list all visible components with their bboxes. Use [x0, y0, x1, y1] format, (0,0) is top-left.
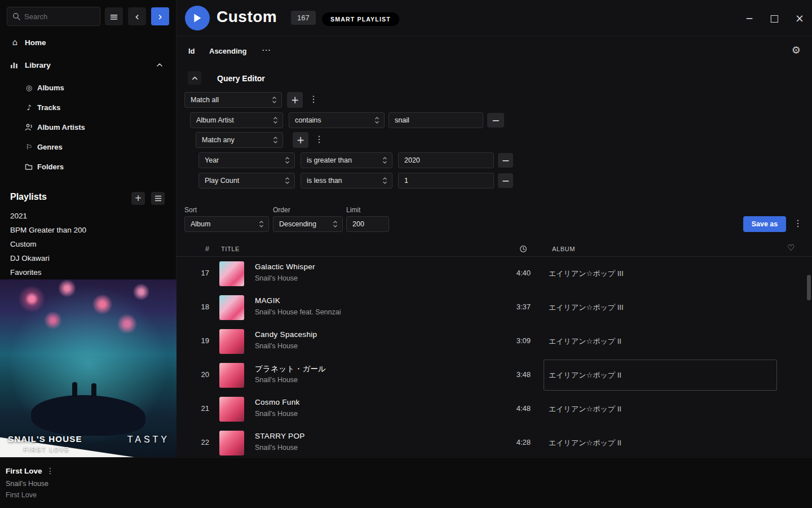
chevron-up-icon[interactable]	[156, 61, 164, 69]
sidebar-item-library[interactable]: Library	[0, 58, 176, 72]
select-arrows-icon	[285, 156, 290, 164]
select-arrows-icon	[374, 116, 379, 124]
sidebar-item-label: Tracks	[37, 103, 60, 112]
track-title: プラネット・ガール	[255, 364, 326, 374]
table-row[interactable]: 21 Cosmo Funk Snail's House 4:48 エイリアン☆ポ…	[176, 392, 812, 426]
track-number: 19	[192, 336, 209, 345]
play-playlist-button[interactable]	[185, 6, 210, 30]
track-artist: Snail's House feat. Sennzai	[255, 308, 341, 316]
minimize-button[interactable]: −	[745, 14, 753, 23]
group-options-button[interactable]: ⋮	[309, 95, 318, 104]
rule-value-input[interactable]	[398, 152, 494, 168]
tracks-icon: ♪	[25, 104, 33, 111]
select-arrows-icon	[259, 220, 264, 228]
sidebar-item-genres[interactable]: ⚐ Genres	[0, 138, 176, 155]
select-arrows-icon	[285, 177, 290, 185]
track-number: 18	[192, 303, 209, 311]
select-arrows-icon	[273, 136, 278, 144]
table-row[interactable]: 17 Galactic Whisper Snail's House 4:40 エ…	[176, 257, 812, 291]
remove-rule-button[interactable]: −	[487, 113, 504, 128]
sort-select[interactable]: Album	[184, 216, 269, 232]
maximize-button[interactable]: □	[770, 14, 779, 23]
sidebar-item-label: Albums	[37, 84, 64, 92]
column-header-album[interactable]: ALBUM	[552, 246, 575, 252]
remove-rule-button[interactable]: −	[498, 173, 513, 188]
rule-value-input[interactable]	[389, 112, 483, 128]
rule-field-select[interactable]: Year	[198, 152, 295, 168]
track-duration: 4:48	[492, 404, 531, 413]
track-number: 17	[192, 269, 209, 277]
table-row[interactable]: 18 MAGIK Snail's House feat. Sennzai 3:3…	[176, 291, 812, 325]
artwork-artist: SNAIL'S HOUSE	[8, 434, 82, 444]
select-value: Descending	[279, 220, 316, 228]
playlist-item[interactable]: DJ Okawari	[0, 251, 176, 265]
rule-field-select[interactable]: Album Artist	[190, 112, 283, 128]
home-icon: ⌂	[10, 38, 20, 47]
sort-column-button[interactable]: Id	[188, 47, 195, 55]
now-playing-title: First Love	[6, 467, 42, 475]
column-header-number[interactable]: #	[197, 244, 209, 253]
select-arrows-icon	[272, 96, 277, 104]
app-window: ≡ ‹ › ⌂ Home Library ◎ Albums ♪ Tracks	[0, 0, 812, 508]
track-title: Candy Spaceship	[255, 330, 317, 339]
sidebar-item-tracks[interactable]: ♪ Tracks	[0, 99, 176, 116]
save-as-button[interactable]: Save as	[743, 216, 786, 232]
table-row[interactable]: 22 STARRY POP Snail's House 4:28 エイリアン☆ポ…	[176, 426, 812, 457]
save-options-button[interactable]: ⋮	[793, 219, 802, 228]
match-select[interactable]: Match all	[184, 92, 282, 108]
sidebar-item-label: Album Artists	[37, 123, 85, 132]
albums-icon: ◎	[25, 84, 33, 91]
select-value: Album Artist	[196, 116, 234, 124]
playlist-item[interactable]: 2021	[0, 209, 176, 223]
more-options-icon[interactable]: ⋯	[262, 46, 271, 55]
playlist-name: Custom	[10, 240, 37, 248]
search-input[interactable]	[24, 12, 95, 21]
sort-label: Sort	[184, 206, 197, 214]
table-row[interactable]: 19 Candy Spaceship Snail's House 3:09 エイ…	[176, 325, 812, 358]
limit-input[interactable]	[346, 216, 389, 232]
group-options-button[interactable]: ⋮	[315, 135, 324, 144]
playlist-item[interactable]: Custom	[0, 237, 176, 251]
playlist-name: Favorites	[10, 268, 42, 277]
now-playing-artist: Snail's House	[6, 480, 48, 488]
sort-direction-button[interactable]: Ascending	[209, 47, 246, 55]
now-playing-artwork: SNAIL'S HOUSE FIRST LOVE TASTY	[0, 279, 176, 457]
track-count-badge: 167	[291, 11, 316, 25]
track-title: MAGIK	[255, 296, 280, 305]
match-select[interactable]: Match any	[196, 132, 283, 148]
rule-operator-select[interactable]: contains	[289, 112, 385, 128]
back-button[interactable]: ‹	[128, 7, 146, 25]
playlist-list-button[interactable]	[151, 192, 165, 205]
add-rule-button[interactable]: +	[287, 92, 303, 108]
close-button[interactable]: ×	[795, 13, 804, 24]
settings-gear-icon[interactable]: ⚙	[792, 45, 801, 55]
track-options-icon[interactable]: ⋮	[46, 467, 54, 475]
order-select[interactable]: Descending	[273, 216, 343, 232]
sidebar-item-albums[interactable]: ◎ Albums	[0, 79, 176, 96]
remove-rule-button[interactable]: −	[498, 153, 513, 168]
sidebar-item-home[interactable]: ⌂ Home	[0, 35, 176, 50]
track-artist: Snail's House	[255, 410, 298, 418]
sidebar-item-folders[interactable]: Folders	[0, 158, 176, 175]
scrollbar-thumb[interactable]	[807, 275, 811, 300]
column-header-title[interactable]: TITLE	[221, 246, 240, 252]
search-box[interactable]	[7, 7, 100, 26]
query-editor-collapse-button[interactable]	[188, 71, 201, 85]
playlist-item[interactable]: Favorites	[0, 265, 176, 279]
rule-operator-select[interactable]: is less than	[301, 173, 392, 189]
heart-column-icon[interactable]: ♡	[787, 244, 795, 252]
forward-button[interactable]: ›	[151, 7, 169, 25]
clock-icon[interactable]	[519, 245, 527, 253]
rule-field-select[interactable]: Play Count	[198, 173, 295, 189]
menu-button[interactable]: ≡	[105, 7, 123, 25]
playlist-item[interactable]: BPM Greater than 200	[0, 223, 176, 237]
rule-operator-select[interactable]: is greater than	[301, 152, 392, 168]
select-arrows-icon	[333, 220, 338, 228]
add-playlist-button[interactable]: +	[131, 192, 145, 205]
sidebar-item-album-artists[interactable]: Album Artists	[0, 119, 176, 135]
table-row[interactable]: 20 プラネット・ガール Snail's House 3:48 エイリアン☆ポッ…	[176, 358, 812, 392]
play-icon	[193, 14, 201, 23]
add-rule-button[interactable]: +	[293, 132, 308, 148]
rule-value-input[interactable]	[398, 173, 494, 189]
track-album: エイリアン☆ポップ III	[549, 269, 624, 279]
